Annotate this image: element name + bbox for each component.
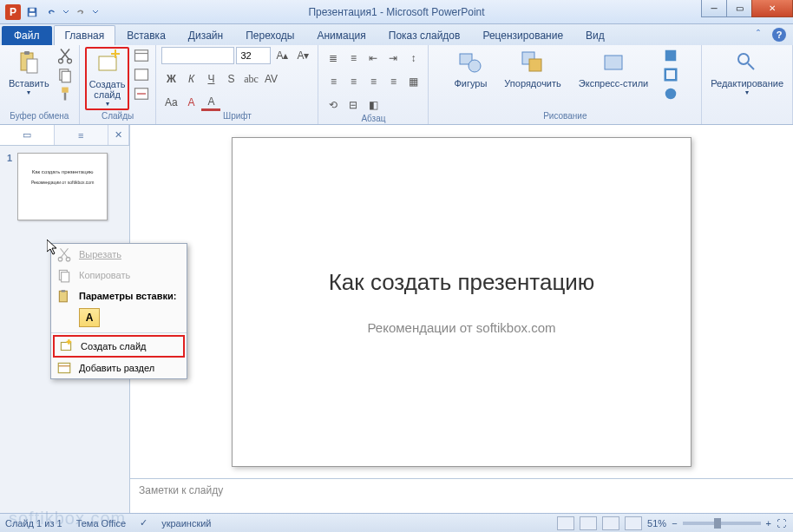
svg-point-19 xyxy=(469,60,481,72)
strikethrough-icon[interactable]: S xyxy=(221,70,240,88)
arrange-label: Упорядочить xyxy=(504,78,560,89)
arrange-button[interactable]: Упорядочить xyxy=(501,47,564,90)
copy-icon[interactable] xyxy=(56,66,74,83)
maximize-button[interactable]: ▭ xyxy=(726,0,752,17)
slideshow-view-icon[interactable] xyxy=(625,516,642,530)
tab-view[interactable]: Вид xyxy=(574,25,616,45)
align-text-icon[interactable]: ⊟ xyxy=(344,96,363,114)
justify-icon[interactable]: ≡ xyxy=(383,73,403,90)
align-left-icon[interactable]: ≡ xyxy=(324,73,343,90)
numbering-icon[interactable]: ≡ xyxy=(344,49,363,67)
slides-tab-icon[interactable]: ▭ xyxy=(0,125,55,145)
tab-design[interactable]: Дизайн xyxy=(177,25,234,45)
shrink-font-icon[interactable]: A▾ xyxy=(293,47,312,64)
help-icon[interactable]: ? xyxy=(772,28,786,42)
cut-icon[interactable] xyxy=(56,47,74,64)
font-color-icon[interactable]: A xyxy=(201,94,220,111)
italic-icon[interactable]: К xyxy=(181,70,200,88)
columns-icon[interactable]: ▦ xyxy=(403,73,423,90)
reading-view-icon[interactable] xyxy=(602,516,619,530)
decrease-indent-icon[interactable]: ⇤ xyxy=(364,49,383,67)
fit-icon[interactable]: ⛶ xyxy=(777,518,786,529)
char-spacing-icon[interactable]: AV xyxy=(261,70,280,88)
file-tab[interactable]: Файл xyxy=(2,26,52,45)
spellcheck-icon[interactable]: ✓ xyxy=(140,517,147,529)
shapes-button[interactable]: Фигуры xyxy=(450,47,490,90)
sorter-view-icon[interactable] xyxy=(580,516,597,530)
reset-icon[interactable] xyxy=(133,66,150,83)
redo-icon[interactable] xyxy=(73,4,88,20)
zoom-slider[interactable] xyxy=(683,522,761,525)
format-painter-icon[interactable] xyxy=(56,85,74,102)
thumbnail[interactable]: Как создать презентацию Рекомендации от … xyxy=(17,153,108,220)
line-spacing-icon[interactable]: ↕ xyxy=(403,49,423,67)
zoom-in-icon[interactable]: + xyxy=(766,518,771,529)
paste-option-keep-formatting[interactable]: A xyxy=(79,308,100,327)
shape-effects-icon[interactable] xyxy=(662,85,679,102)
paste-icon xyxy=(56,288,72,304)
outline-tab-icon[interactable]: ≡ xyxy=(55,125,109,145)
increase-indent-icon[interactable]: ⇥ xyxy=(383,49,403,67)
title-bar: P Презентация1 - Microsoft PowerPoint ─ … xyxy=(0,0,793,24)
normal-view-icon[interactable] xyxy=(557,516,574,530)
clear-format-icon[interactable]: A xyxy=(181,94,200,111)
paste-button[interactable]: Вставить ▾ xyxy=(5,47,53,98)
slide[interactable]: Как создать презентацию Рекомендации от … xyxy=(232,137,691,467)
zoom-out-icon[interactable]: − xyxy=(672,518,677,529)
font-family-select[interactable] xyxy=(161,47,234,64)
change-case-icon[interactable]: Aa xyxy=(161,94,180,111)
notes-area[interactable]: Заметки к слайду xyxy=(130,478,793,513)
ctx-cut: Вырезать xyxy=(51,244,187,265)
cursor-icon xyxy=(47,240,59,255)
section-icon[interactable] xyxy=(133,85,150,102)
text-direction-icon[interactable]: ⟲ xyxy=(324,96,343,114)
copy-icon xyxy=(56,267,72,283)
slide-title[interactable]: Как создать презентацию xyxy=(329,269,595,296)
minimize-button[interactable]: ─ xyxy=(701,0,727,17)
thumbnail-number: 1 xyxy=(7,153,12,220)
align-right-icon[interactable]: ≡ xyxy=(364,73,383,90)
qat-customize-icon[interactable] xyxy=(92,7,99,17)
quick-styles-button[interactable]: Экспресс-стили xyxy=(575,47,652,90)
save-icon[interactable] xyxy=(24,4,40,20)
bold-icon[interactable]: Ж xyxy=(161,70,180,88)
close-button[interactable]: ✕ xyxy=(751,0,793,17)
svg-rect-12 xyxy=(99,56,116,70)
shadow-icon[interactable]: abc xyxy=(241,70,260,88)
undo-dropdown-icon[interactable] xyxy=(62,7,69,17)
smartart-icon[interactable]: ◧ xyxy=(364,96,383,114)
minimize-ribbon-icon[interactable]: ˆ xyxy=(751,28,765,42)
bullets-icon[interactable]: ≣ xyxy=(324,49,343,67)
ctx-add-section[interactable]: Добавить раздел xyxy=(51,358,187,378)
ribbon-group-editing: Редактирование ▾ xyxy=(702,45,793,124)
zoom-thumb[interactable] xyxy=(714,518,721,529)
svg-line-27 xyxy=(748,63,754,69)
font-size-select[interactable] xyxy=(236,47,271,64)
thumbnail-item[interactable]: 1 Как создать презентацию Рекомендации о… xyxy=(0,146,129,227)
tab-insert[interactable]: Вставка xyxy=(115,25,177,45)
close-panel-icon[interactable]: ✕ xyxy=(108,125,129,145)
editing-button[interactable]: Редактирование ▾ xyxy=(707,47,787,98)
grow-font-icon[interactable]: A▴ xyxy=(272,47,292,64)
svg-rect-9 xyxy=(62,71,70,82)
tab-home[interactable]: Главная xyxy=(54,25,116,45)
ctx-new-slide[interactable]: Создать слайд xyxy=(53,335,185,358)
tab-animation[interactable]: Анимация xyxy=(305,25,377,45)
shape-outline-icon[interactable] xyxy=(662,66,679,83)
underline-icon[interactable]: Ч xyxy=(201,70,220,88)
svg-rect-32 xyxy=(59,291,67,301)
shape-fill-icon[interactable] xyxy=(662,47,679,64)
undo-icon[interactable] xyxy=(43,4,59,20)
ribbon-group-font: A▴ A▾ Ж К Ч S abc AV Aa A A Шрифт xyxy=(156,45,318,124)
layout-icon[interactable] xyxy=(133,47,150,64)
editing-group-label xyxy=(707,121,787,122)
language-info[interactable]: украинский xyxy=(161,518,211,529)
new-slide-button[interactable]: Создать слайд ▾ xyxy=(85,47,130,110)
editing-label: Редактирование xyxy=(711,78,783,89)
tab-slideshow[interactable]: Показ слайдов xyxy=(377,25,472,45)
main-area: Как создать презентацию Рекомендации от … xyxy=(130,125,793,513)
slide-subtitle[interactable]: Рекомендации от softikbox.com xyxy=(367,320,555,335)
tab-transitions[interactable]: Переходы xyxy=(234,25,305,45)
tab-review[interactable]: Рецензирование xyxy=(471,25,574,45)
align-center-icon[interactable]: ≡ xyxy=(344,73,363,90)
